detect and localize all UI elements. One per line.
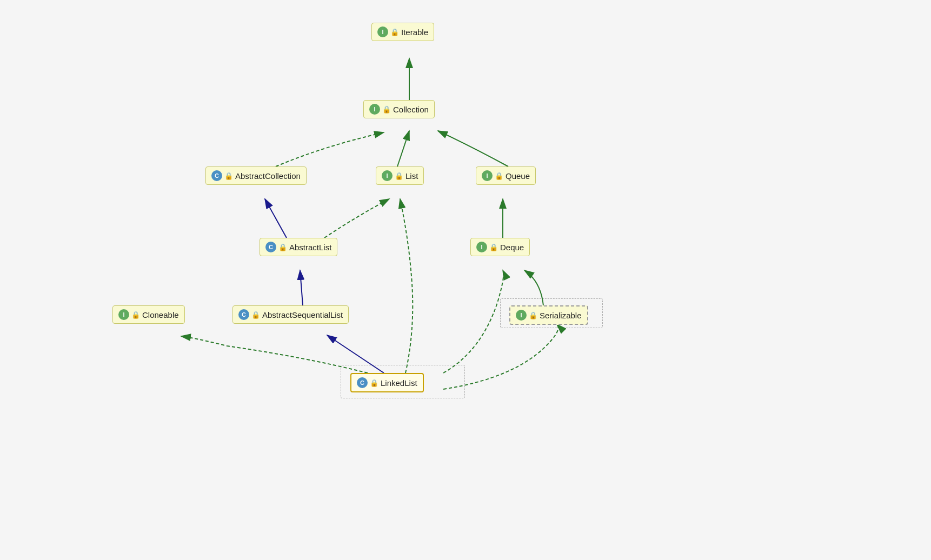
label-iterable: Iterable	[401, 28, 428, 37]
lock-collection: 🔒	[382, 105, 391, 114]
node-list[interactable]: I 🔒 List	[376, 166, 424, 185]
badge-abstractlist: C	[265, 242, 276, 252]
label-cloneable: Cloneable	[142, 310, 179, 319]
badge-deque: I	[476, 242, 487, 252]
label-abstractlist: AbstractList	[289, 243, 331, 252]
linkedlist-to-abstractsequentiallist	[327, 335, 384, 373]
lock-queue: 🔒	[495, 172, 503, 180]
badge-linkedlist: C	[357, 377, 368, 388]
lock-abstractcollection: 🔒	[224, 172, 233, 180]
abstractlist-to-abstractcollection	[265, 199, 287, 238]
abstractsequentiallist-to-abstractlist	[300, 270, 303, 305]
lock-list: 🔒	[395, 172, 403, 180]
linkedlist-to-serializable	[443, 324, 558, 389]
label-linkedlist: LinkedList	[381, 378, 417, 388]
label-list: List	[405, 171, 418, 181]
node-cloneable[interactable]: I 🔒 Cloneable	[112, 305, 185, 324]
label-deque: Deque	[500, 243, 524, 252]
badge-collection: I	[369, 104, 380, 115]
label-collection: Collection	[393, 105, 429, 114]
lock-deque: 🔒	[489, 243, 498, 251]
node-iterable[interactable]: I 🔒 Iterable	[371, 23, 434, 41]
badge-queue: I	[482, 170, 493, 181]
label-queue: Queue	[506, 171, 530, 181]
serializable-to-deque	[524, 270, 543, 305]
node-queue[interactable]: I 🔒 Queue	[476, 166, 536, 185]
lock-linkedlist: 🔒	[370, 379, 378, 387]
label-abstractcollection: AbstractCollection	[235, 171, 301, 181]
node-abstractcollection[interactable]: C 🔒 AbstractCollection	[205, 166, 307, 185]
badge-abstractcollection: C	[211, 170, 222, 181]
lock-iterable: 🔒	[390, 28, 399, 36]
linkedlist-to-list	[400, 199, 413, 373]
badge-iterable: I	[377, 26, 388, 37]
badge-abstractsequentiallist: C	[238, 309, 249, 320]
label-serializable: Serializable	[540, 311, 582, 320]
lock-abstractsequentiallist: 🔒	[251, 311, 260, 319]
list-to-collection	[397, 131, 409, 166]
linkedlist-to-cloneable	[181, 336, 368, 373]
linkedlist-to-deque	[443, 270, 503, 373]
node-abstractsequentiallist[interactable]: C 🔒 AbstractSequentialList	[232, 305, 349, 324]
lock-serializable: 🔒	[529, 311, 537, 319]
node-serializable[interactable]: I 🔒 Serializable	[509, 305, 588, 325]
node-abstractlist[interactable]: C 🔒 AbstractList	[260, 238, 337, 256]
label-abstractsequentiallist: AbstractSequentialList	[262, 310, 343, 319]
badge-list: I	[382, 170, 393, 181]
abstractlist-to-list	[324, 199, 389, 238]
badge-cloneable: I	[118, 309, 129, 320]
node-collection[interactable]: I 🔒 Collection	[363, 100, 435, 118]
abstractcollection-to-collection	[276, 132, 384, 166]
badge-serializable: I	[516, 310, 527, 321]
arrows-svg	[0, 0, 931, 560]
queue-to-collection	[438, 131, 508, 166]
lock-abstractlist: 🔒	[278, 243, 287, 251]
node-deque[interactable]: I 🔒 Deque	[470, 238, 530, 256]
lock-cloneable: 🔒	[131, 311, 140, 319]
diagram-canvas: I 🔒 Iterable I 🔒 Collection C 🔒 Abstract…	[0, 0, 931, 560]
node-linkedlist[interactable]: C 🔒 LinkedList	[350, 373, 424, 392]
